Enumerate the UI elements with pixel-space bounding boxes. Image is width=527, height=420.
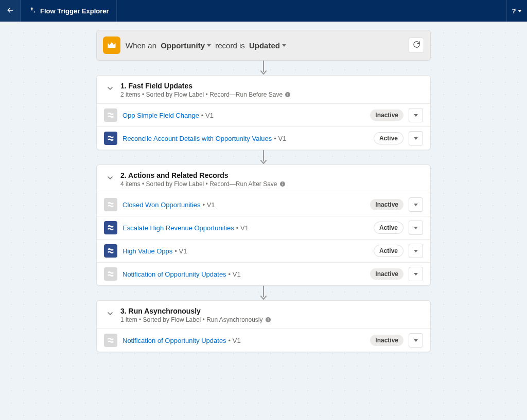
flow-row: Notification of Opportunity Updates • V1… xyxy=(97,328,430,352)
trigger-label: Updated xyxy=(249,41,280,50)
connector-arrow xyxy=(96,150,431,165)
collapse-toggle[interactable] xyxy=(104,308,116,320)
app-title: Flow Trigger Explorer xyxy=(21,0,117,22)
help-button[interactable]: ? xyxy=(506,0,527,22)
flow-row: Reconcile Account Details with Opportuni… xyxy=(97,126,430,150)
flow-version: • V1 xyxy=(236,224,249,232)
section-subtitle: 4 items • Sorted by Flow Label • Record—… xyxy=(120,180,286,188)
status-badge: Active xyxy=(374,222,403,234)
flow-icon xyxy=(104,108,117,122)
flow-version: • V1 xyxy=(229,337,241,344)
trigger-prefix: When an xyxy=(126,41,159,50)
flow-icon xyxy=(104,267,117,281)
section-subtitle: 1 item • Sorted by Flow Label • Run Asyn… xyxy=(120,316,271,323)
svg-rect-7 xyxy=(268,319,268,321)
section-card: 2. Actions and Related Records4 items • … xyxy=(96,165,431,286)
row-menu-button[interactable] xyxy=(409,244,423,258)
flow-link[interactable]: High Value Opps xyxy=(122,247,172,255)
info-icon[interactable] xyxy=(279,181,286,187)
refresh-button[interactable] xyxy=(409,38,424,53)
crown-icon xyxy=(103,36,120,54)
flow-version: • V1 xyxy=(201,112,214,119)
flow-icon xyxy=(104,244,117,258)
section-header: 3. Run Asynchronously1 item • Sorted by … xyxy=(97,301,430,328)
flow-version: • V1 xyxy=(274,135,286,142)
chevron-down-icon xyxy=(282,44,286,47)
status-badge: Inactive xyxy=(370,335,403,346)
section-subtitle: 2 items • Sorted by Flow Label • Record—… xyxy=(120,91,291,98)
chevron-down-icon xyxy=(106,174,114,184)
top-bar: Flow Trigger Explorer ? xyxy=(0,0,527,22)
app-title-text: Flow Trigger Explorer xyxy=(40,7,109,15)
flow-version: • V1 xyxy=(203,201,215,209)
sparkle-icon xyxy=(28,6,36,16)
flow-version: • V1 xyxy=(229,270,241,278)
trigger-sentence: When an Opportunity record is Updated xyxy=(126,41,286,50)
flow-link[interactable]: Opp Simple Field Change xyxy=(122,112,199,119)
connector-arrow xyxy=(96,61,431,75)
section-title: 1. Fast Field Updates xyxy=(120,82,291,90)
section-card: 1. Fast Field Updates2 items • Sorted by… xyxy=(96,75,431,150)
chevron-down-icon xyxy=(414,339,418,342)
collapse-toggle[interactable] xyxy=(104,83,116,95)
chevron-down-icon xyxy=(106,84,114,94)
chevron-down-icon xyxy=(414,137,418,140)
info-icon[interactable] xyxy=(265,317,271,323)
section-card: 3. Run Asynchronously1 item • Sorted by … xyxy=(96,300,431,352)
flow-link[interactable]: Closed Won Opportunities xyxy=(122,201,201,209)
flow-link[interactable]: Notification of Opportunity Updates xyxy=(122,270,226,278)
canvas: When an Opportunity record is Updated xyxy=(0,22,527,420)
trigger-header-card: When an Opportunity record is Updated xyxy=(96,30,431,61)
collapse-toggle[interactable] xyxy=(104,172,116,185)
chevron-down-icon xyxy=(414,273,418,276)
trigger-middle: record is xyxy=(213,41,247,50)
section-header: 1. Fast Field Updates2 items • Sorted by… xyxy=(97,76,430,103)
flow-version: • V1 xyxy=(174,247,187,255)
chevron-down-icon xyxy=(207,44,211,47)
svg-rect-2 xyxy=(288,93,288,94)
svg-rect-1 xyxy=(288,94,288,96)
flow-icon xyxy=(104,132,117,145)
status-badge: Inactive xyxy=(370,268,403,280)
flow-link[interactable]: Escalate High Revenue Opportunities xyxy=(122,224,234,232)
row-menu-button[interactable] xyxy=(409,333,423,348)
flow-row: High Value Opps • V1Active xyxy=(97,239,430,262)
back-button[interactable] xyxy=(0,0,21,22)
status-badge: Inactive xyxy=(370,109,403,121)
trigger-type-picker[interactable]: Updated xyxy=(249,41,286,50)
flow-row: Opp Simple Field Change • V1Inactive xyxy=(97,103,430,126)
svg-rect-4 xyxy=(282,184,283,186)
row-menu-button[interactable] xyxy=(409,221,423,235)
status-badge: Active xyxy=(374,245,403,257)
row-menu-button[interactable] xyxy=(409,131,423,145)
object-picker[interactable]: Opportunity xyxy=(161,41,211,50)
flow-row: Notification of Opportunity Updates • V1… xyxy=(97,262,430,285)
svg-rect-8 xyxy=(268,318,268,319)
refresh-icon xyxy=(413,41,420,50)
row-menu-button[interactable] xyxy=(409,197,423,212)
chevron-down-icon xyxy=(518,10,522,12)
connector-arrow xyxy=(96,286,431,300)
section-title: 2. Actions and Related Records xyxy=(120,171,286,179)
info-icon[interactable] xyxy=(285,92,291,98)
chevron-down-icon xyxy=(414,250,418,252)
svg-rect-5 xyxy=(282,182,283,183)
row-menu-button[interactable] xyxy=(409,267,423,281)
chevron-down-icon xyxy=(414,114,418,117)
flow-icon xyxy=(104,198,117,211)
flow-row: Closed Won Opportunities • V1Inactive xyxy=(97,193,430,216)
section-sub-text: 4 items • Sorted by Flow Label • Record—… xyxy=(120,180,277,188)
chevron-down-icon xyxy=(106,309,114,319)
flow-link[interactable]: Notification of Opportunity Updates xyxy=(122,337,226,344)
flow-row: Escalate High Revenue Opportunities • V1… xyxy=(97,216,430,239)
flow-icon xyxy=(104,334,117,347)
section-sub-text: 1 item • Sorted by Flow Label • Run Asyn… xyxy=(120,316,263,323)
row-menu-button[interactable] xyxy=(409,108,423,122)
chevron-down-icon xyxy=(414,227,418,229)
section-title: 3. Run Asynchronously xyxy=(120,307,271,315)
status-badge: Inactive xyxy=(370,199,403,210)
flow-link[interactable]: Reconcile Account Details with Opportuni… xyxy=(122,135,272,142)
section-sub-text: 2 items • Sorted by Flow Label • Record—… xyxy=(120,91,283,98)
status-badge: Active xyxy=(374,132,403,144)
chevron-down-icon xyxy=(414,204,418,206)
